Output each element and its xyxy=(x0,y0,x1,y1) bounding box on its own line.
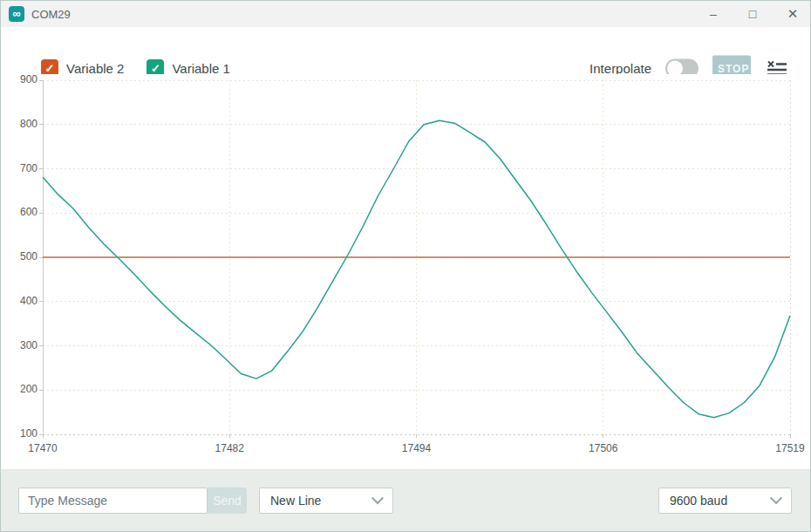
checkmark-icon: ✓ xyxy=(45,63,55,74)
chevron-down-icon xyxy=(371,492,384,504)
window-title: COM29 xyxy=(31,8,71,21)
baud-rate-select[interactable]: 9600 baud xyxy=(658,488,792,514)
y-axis-tick-label: 800 xyxy=(1,118,37,131)
arduino-logo-icon: ∞ xyxy=(9,6,24,22)
x-axis-tick-label: 17494 xyxy=(391,442,443,454)
close-button[interactable]: ✕ xyxy=(780,1,806,27)
y-axis-tick-label: 500 xyxy=(1,250,37,263)
plot-canvas xyxy=(43,80,790,434)
y-axis-tick-label: 300 xyxy=(1,339,37,352)
x-axis-tick-label: 17519 xyxy=(764,442,811,454)
title-bar: ∞ COM29 – □ ✕ xyxy=(1,1,810,27)
y-axis-tick-label: 400 xyxy=(1,295,37,308)
x-axis-tick-label: 17506 xyxy=(577,442,630,454)
x-axis-tick-label: 17470 xyxy=(17,442,69,454)
legend-label: Variable 1 xyxy=(172,61,229,76)
line-ending-value: New Line xyxy=(270,494,321,508)
checkmark-icon: ✓ xyxy=(151,63,160,74)
chart-area: 100200300400500600700800900 174701748217… xyxy=(1,74,810,469)
legend-label: Variable 2 xyxy=(66,61,124,76)
interpolate-label: Interpolate xyxy=(590,61,651,76)
send-button[interactable]: Send xyxy=(208,488,247,514)
message-input[interactable] xyxy=(18,488,208,514)
chevron-down-icon xyxy=(770,492,782,504)
y-axis-tick-label: 700 xyxy=(1,162,37,175)
minimize-button[interactable]: – xyxy=(700,1,726,27)
maximize-button[interactable]: □ xyxy=(739,1,766,27)
y-axis-tick-label: 200 xyxy=(1,383,37,396)
x-axis-tick-label: 17482 xyxy=(203,442,256,454)
line-ending-select[interactable]: New Line xyxy=(259,488,393,514)
bottom-bar: Send New Line 9600 baud xyxy=(1,469,810,531)
plotter-toolbar: ✓ Variable 2 ✓ Variable 1 Interpolate ST… xyxy=(1,27,810,74)
y-axis-tick-label: 100 xyxy=(1,427,37,440)
y-axis-tick-label: 900 xyxy=(1,73,37,86)
y-axis-tick-label: 600 xyxy=(1,206,37,219)
serial-plotter-window: ∞ COM29 – □ ✕ ✓ Variable 2 ✓ Variable 1 … xyxy=(0,0,811,532)
baud-rate-value: 9600 baud xyxy=(670,494,727,508)
